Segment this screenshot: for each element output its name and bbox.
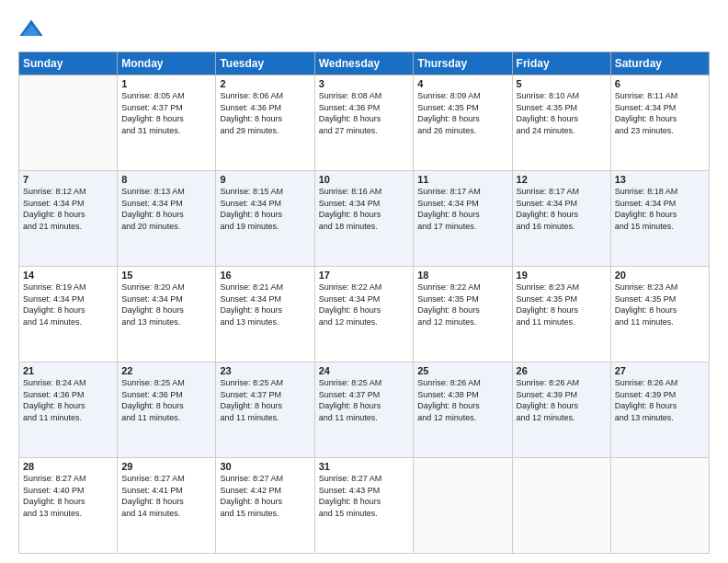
day-info: Sunrise: 8:22 AM Sunset: 4:35 PM Dayligh… xyxy=(417,282,507,327)
calendar-cell: 23Sunrise: 8:25 AM Sunset: 4:37 PM Dayli… xyxy=(216,362,314,458)
header xyxy=(18,17,710,42)
day-number: 30 xyxy=(220,461,310,472)
day-info: Sunrise: 8:27 AM Sunset: 4:43 PM Dayligh… xyxy=(319,473,410,519)
day-number: 7 xyxy=(23,174,113,185)
day-number: 23 xyxy=(220,365,310,376)
day-info: Sunrise: 8:26 AM Sunset: 4:39 PM Dayligh… xyxy=(517,377,607,423)
day-info: Sunrise: 8:05 AM Sunset: 4:37 PM Dayligh… xyxy=(121,90,211,136)
calendar-cell xyxy=(610,458,709,554)
day-info: Sunrise: 8:15 AM Sunset: 4:34 PM Dayligh… xyxy=(220,186,310,232)
day-info: Sunrise: 8:25 AM Sunset: 4:37 PM Dayligh… xyxy=(319,377,410,423)
calendar-cell: 16Sunrise: 8:21 AM Sunset: 4:34 PM Dayli… xyxy=(216,267,314,362)
calendar-cell: 10Sunrise: 8:16 AM Sunset: 4:34 PM Dayli… xyxy=(314,171,414,267)
calendar-cell: 11Sunrise: 8:17 AM Sunset: 4:34 PM Dayli… xyxy=(414,171,512,267)
day-number: 5 xyxy=(517,78,607,89)
day-number: 17 xyxy=(319,270,410,281)
day-info: Sunrise: 8:24 AM Sunset: 4:36 PM Dayligh… xyxy=(23,377,113,423)
calendar-cell: 5Sunrise: 8:10 AM Sunset: 4:35 PM Daylig… xyxy=(512,75,610,171)
day-info: Sunrise: 8:26 AM Sunset: 4:38 PM Dayligh… xyxy=(417,377,507,423)
day-info: Sunrise: 8:22 AM Sunset: 4:34 PM Dayligh… xyxy=(319,282,410,327)
day-info: Sunrise: 8:13 AM Sunset: 4:34 PM Dayligh… xyxy=(121,186,211,232)
calendar-cell: 18Sunrise: 8:22 AM Sunset: 4:35 PM Dayli… xyxy=(414,267,512,362)
calendar-cell: 17Sunrise: 8:22 AM Sunset: 4:34 PM Dayli… xyxy=(314,267,414,362)
calendar-week-row: 14Sunrise: 8:19 AM Sunset: 4:34 PM Dayli… xyxy=(19,267,710,362)
calendar-week-row: 7Sunrise: 8:12 AM Sunset: 4:34 PM Daylig… xyxy=(19,171,710,267)
calendar: SundayMondayTuesdayWednesdayThursdayFrid… xyxy=(18,52,710,554)
calendar-week-row: 21Sunrise: 8:24 AM Sunset: 4:36 PM Dayli… xyxy=(19,362,710,458)
calendar-cell: 26Sunrise: 8:26 AM Sunset: 4:39 PM Dayli… xyxy=(512,362,610,458)
day-number: 21 xyxy=(23,365,113,376)
day-number: 10 xyxy=(319,174,410,185)
day-number: 24 xyxy=(319,365,410,376)
calendar-cell: 4Sunrise: 8:09 AM Sunset: 4:35 PM Daylig… xyxy=(414,75,512,171)
day-number: 19 xyxy=(517,270,607,281)
calendar-cell: 22Sunrise: 8:25 AM Sunset: 4:36 PM Dayli… xyxy=(118,362,216,458)
day-number: 25 xyxy=(417,365,507,376)
calendar-cell: 2Sunrise: 8:06 AM Sunset: 4:36 PM Daylig… xyxy=(216,75,314,171)
calendar-cell: 25Sunrise: 8:26 AM Sunset: 4:38 PM Dayli… xyxy=(414,362,512,458)
calendar-cell: 19Sunrise: 8:23 AM Sunset: 4:35 PM Dayli… xyxy=(512,267,610,362)
calendar-cell: 31Sunrise: 8:27 AM Sunset: 4:43 PM Dayli… xyxy=(314,458,414,554)
day-info: Sunrise: 8:21 AM Sunset: 4:34 PM Dayligh… xyxy=(220,282,310,327)
day-number: 8 xyxy=(121,174,211,185)
calendar-header-monday: Monday xyxy=(118,52,216,75)
day-info: Sunrise: 8:17 AM Sunset: 4:34 PM Dayligh… xyxy=(417,186,507,232)
day-info: Sunrise: 8:11 AM Sunset: 4:34 PM Dayligh… xyxy=(615,90,705,136)
day-info: Sunrise: 8:27 AM Sunset: 4:42 PM Dayligh… xyxy=(220,473,310,519)
day-number: 11 xyxy=(417,174,507,185)
day-info: Sunrise: 8:23 AM Sunset: 4:35 PM Dayligh… xyxy=(517,282,607,327)
day-info: Sunrise: 8:20 AM Sunset: 4:34 PM Dayligh… xyxy=(121,282,211,327)
calendar-header-row: SundayMondayTuesdayWednesdayThursdayFrid… xyxy=(19,52,710,75)
day-number: 12 xyxy=(517,174,607,185)
day-info: Sunrise: 8:09 AM Sunset: 4:35 PM Dayligh… xyxy=(417,90,507,136)
day-info: Sunrise: 8:08 AM Sunset: 4:36 PM Dayligh… xyxy=(319,90,410,136)
day-number: 28 xyxy=(23,461,113,472)
day-info: Sunrise: 8:18 AM Sunset: 4:34 PM Dayligh… xyxy=(615,186,705,232)
calendar-header-friday: Friday xyxy=(512,52,610,75)
day-number: 4 xyxy=(417,78,507,89)
day-info: Sunrise: 8:17 AM Sunset: 4:34 PM Dayligh… xyxy=(517,186,607,232)
day-number: 16 xyxy=(220,270,310,281)
day-info: Sunrise: 8:27 AM Sunset: 4:40 PM Dayligh… xyxy=(23,473,113,519)
day-number: 13 xyxy=(615,174,705,185)
day-number: 18 xyxy=(417,270,507,281)
day-info: Sunrise: 8:25 AM Sunset: 4:36 PM Dayligh… xyxy=(121,377,211,423)
calendar-week-row: 1Sunrise: 8:05 AM Sunset: 4:37 PM Daylig… xyxy=(19,75,710,171)
day-info: Sunrise: 8:27 AM Sunset: 4:41 PM Dayligh… xyxy=(121,473,211,519)
calendar-cell: 29Sunrise: 8:27 AM Sunset: 4:41 PM Dayli… xyxy=(118,458,216,554)
day-number: 9 xyxy=(220,174,310,185)
calendar-header-tuesday: Tuesday xyxy=(216,52,314,75)
day-number: 2 xyxy=(220,78,310,89)
calendar-cell: 28Sunrise: 8:27 AM Sunset: 4:40 PM Dayli… xyxy=(19,458,118,554)
calendar-cell: 14Sunrise: 8:19 AM Sunset: 4:34 PM Dayli… xyxy=(19,267,118,362)
calendar-cell xyxy=(19,75,118,171)
calendar-cell: 20Sunrise: 8:23 AM Sunset: 4:35 PM Dayli… xyxy=(610,267,709,362)
day-info: Sunrise: 8:12 AM Sunset: 4:34 PM Dayligh… xyxy=(23,186,113,232)
day-number: 26 xyxy=(517,365,607,376)
calendar-header-saturday: Saturday xyxy=(610,52,709,75)
calendar-cell: 13Sunrise: 8:18 AM Sunset: 4:34 PM Dayli… xyxy=(610,171,709,267)
calendar-cell: 12Sunrise: 8:17 AM Sunset: 4:34 PM Dayli… xyxy=(512,171,610,267)
calendar-cell xyxy=(512,458,610,554)
logo-icon xyxy=(18,17,44,42)
day-number: 20 xyxy=(615,270,705,281)
day-number: 6 xyxy=(615,78,705,89)
day-info: Sunrise: 8:25 AM Sunset: 4:37 PM Dayligh… xyxy=(220,377,310,423)
calendar-cell: 3Sunrise: 8:08 AM Sunset: 4:36 PM Daylig… xyxy=(314,75,414,171)
day-number: 22 xyxy=(121,365,211,376)
day-number: 27 xyxy=(615,365,705,376)
day-info: Sunrise: 8:10 AM Sunset: 4:35 PM Dayligh… xyxy=(517,90,607,136)
calendar-cell: 7Sunrise: 8:12 AM Sunset: 4:34 PM Daylig… xyxy=(19,171,118,267)
day-info: Sunrise: 8:26 AM Sunset: 4:39 PM Dayligh… xyxy=(615,377,705,423)
calendar-week-row: 28Sunrise: 8:27 AM Sunset: 4:40 PM Dayli… xyxy=(19,458,710,554)
day-number: 1 xyxy=(121,78,211,89)
calendar-header-sunday: Sunday xyxy=(19,52,118,75)
day-number: 29 xyxy=(121,461,211,472)
calendar-header-wednesday: Wednesday xyxy=(314,52,414,75)
day-info: Sunrise: 8:06 AM Sunset: 4:36 PM Dayligh… xyxy=(220,90,310,136)
calendar-cell: 24Sunrise: 8:25 AM Sunset: 4:37 PM Dayli… xyxy=(314,362,414,458)
calendar-cell xyxy=(414,458,512,554)
day-number: 14 xyxy=(23,270,113,281)
day-info: Sunrise: 8:23 AM Sunset: 4:35 PM Dayligh… xyxy=(615,282,705,327)
day-info: Sunrise: 8:19 AM Sunset: 4:34 PM Dayligh… xyxy=(23,282,113,327)
